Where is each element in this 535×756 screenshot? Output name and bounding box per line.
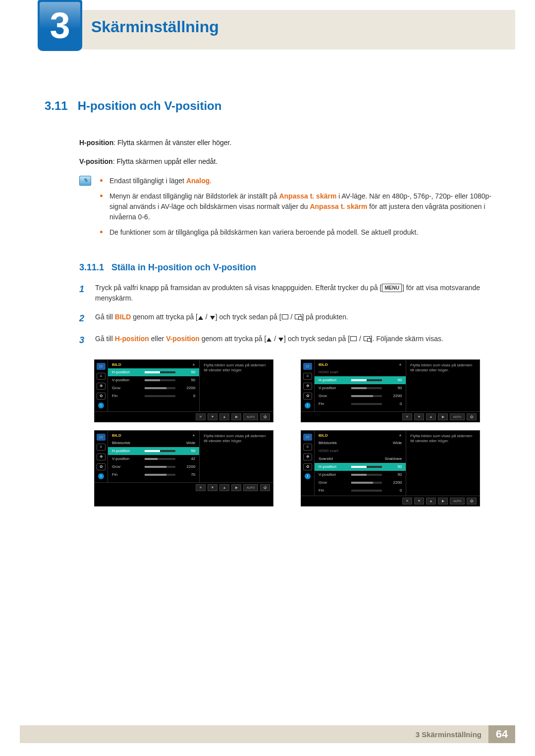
osd-title: BILD▲ [315, 361, 406, 368]
monitor-icon: ▭ [97, 434, 106, 441]
osd-row: V-position50 [108, 376, 199, 384]
osd-value-text: Wide [372, 441, 402, 445]
position-icon: ✥ [97, 383, 106, 390]
osd-row-label: HDMI svart [319, 449, 402, 453]
osd-row: SvarstidSnabbare [315, 455, 406, 463]
osd-value: 50 [179, 370, 195, 374]
osd-list: BILD▲HDMI svartH-position50V-position50G… [315, 360, 406, 411]
osd-row-label: Grov [112, 464, 145, 469]
osd-value: 0 [386, 402, 402, 406]
osd-bar [351, 474, 382, 476]
osd-bar [351, 395, 382, 397]
up-arrow-icon: ▲ [426, 498, 436, 504]
osd-row-label: Fin [319, 488, 351, 493]
osd-bar [145, 474, 175, 476]
osd-row: HDMI svart [315, 368, 406, 376]
s2d: ] på produkten. [302, 313, 348, 321]
osd-value: 2200 [386, 394, 402, 398]
intro-hpos: H-position: Flytta skärmen åt vänster el… [79, 138, 495, 148]
osd-bar [351, 379, 382, 381]
step-2: 2 Gå till BILD genom att trycka på [ / ]… [79, 312, 495, 326]
down-arrow-icon [278, 338, 283, 342]
osd-row: H-position50 [315, 463, 406, 471]
s3b: genom att trycka på [ [200, 335, 267, 343]
right-arrow-icon: ▶ [438, 498, 448, 504]
osd-help-text: Flytta bilden som visas på skärmen till … [199, 431, 273, 482]
n2c: är inställt på [238, 192, 279, 200]
power-icon: ⏻ [467, 413, 477, 420]
power-icon: ⏻ [467, 498, 477, 504]
down-arrow-icon [210, 316, 215, 320]
power-icon: ⏻ [260, 484, 270, 491]
auto-button: AUTO [243, 413, 258, 420]
osd-sidebar: ▭≡✥✿i [301, 431, 315, 496]
osd-value: 50 [386, 464, 402, 469]
osd-list: BILD▲BildstorlekWideH-position50V-positi… [108, 431, 199, 482]
list-icon: ≡ [97, 444, 106, 451]
osd-sidebar: ▭≡✥✿i [95, 360, 108, 411]
vpos-label: V-position [79, 157, 113, 165]
osd-row-label: V-position [112, 456, 145, 461]
close-icon: ✕ [196, 484, 206, 491]
rect-enter-icon [295, 314, 301, 319]
gear-icon: ✿ [303, 463, 312, 470]
down-arrow-icon: ▼ [414, 498, 424, 504]
osd-panel-2: ▭≡✥✿iBILD▲HDMI svartH-position50V-positi… [301, 359, 480, 422]
osd-row: Grov2200 [315, 392, 406, 400]
osd-row-label: V-position [112, 378, 145, 382]
close-icon: ✕ [402, 498, 412, 504]
menu-button-icon: MENU [382, 284, 401, 293]
monitor-icon: ▭ [303, 363, 312, 370]
osd-row-label: Bildstorlek [112, 441, 165, 445]
osd-row: H-position50 [315, 376, 406, 384]
osd-row-label: Svarstid [319, 456, 372, 461]
intro-vpos: V-position: Flytta skärmen uppåt eller n… [79, 156, 495, 166]
osd-footer: ✕▼▲▶AUTO⏻ [301, 411, 480, 422]
osd-row: Grov2200 [108, 463, 199, 471]
osd-row-label: Grov [319, 480, 351, 485]
osd-bar [145, 466, 175, 468]
osd-sidebar: ▭≡✥✿i [301, 360, 315, 411]
osd-bar [351, 403, 382, 405]
osd-row-label: Fin [112, 394, 145, 398]
osd-footer: ✕▼▲▶AUTO⏻ [301, 496, 480, 506]
down-arrow-icon: ▼ [414, 413, 424, 420]
note1-b: Analog [186, 177, 210, 185]
s3v: V-position [166, 335, 200, 343]
n2j: Anpassa t. skärm [310, 202, 367, 210]
note-block: ✎ Endast tillgängligt i läget Analog. Me… [79, 176, 495, 243]
gear-icon: ✿ [97, 463, 106, 470]
gear-icon: ✿ [97, 393, 106, 400]
note-item-1: Endast tillgängligt i läget Analog. [100, 176, 495, 186]
osd-help-text: Flytta bilden som visas på skärmen till … [406, 431, 480, 496]
close-icon: ✕ [402, 413, 412, 420]
osd-value: 50 [179, 449, 195, 453]
osd-value: 2200 [179, 386, 195, 390]
auto-button: AUTO [450, 413, 465, 420]
osd-row-label: H-position [319, 378, 351, 382]
osd-list: BILD▲H-position50V-position50Grov2200Fin… [108, 360, 199, 411]
osd-panel-3: ▭≡✥✿iBILD▲BildstorlekWideH-position50V-p… [94, 430, 273, 506]
osd-value: 50 [386, 386, 402, 390]
chapter-number: 3 [50, 4, 70, 47]
osd-row: Fin70 [108, 471, 199, 479]
right-arrow-icon: ▶ [438, 413, 448, 420]
osd-value: 50 [386, 472, 402, 477]
s3h: H-position [115, 335, 149, 343]
osd-row: Grov2200 [315, 479, 406, 487]
osd-value: 0 [386, 488, 402, 493]
n2i: -läge och bildskärmen visas normalt välj… [169, 202, 310, 210]
vpos-text: : Flytta skärmen uppåt eller nedåt. [113, 157, 218, 165]
chapter-title: Skärminställning [91, 18, 219, 36]
osd-row-label: V-position [319, 472, 351, 477]
s2b: genom att trycka på [ [131, 313, 198, 321]
s3c: ] och tryck sedan på [ [284, 335, 350, 343]
section-number: 3.11 [45, 99, 68, 112]
osd-value: 0 [179, 394, 195, 398]
osd-row: HDMI svart [315, 447, 406, 455]
osd-row: H-position50 [108, 368, 199, 376]
osd-row: BildstorlekWide [315, 439, 406, 447]
osd-row-label: HDMI svart [319, 370, 402, 374]
osd-row-label: Bildstorlek [319, 441, 372, 445]
note-item-2: Menyn är endast tillgänglig när Bildstor… [100, 191, 495, 222]
